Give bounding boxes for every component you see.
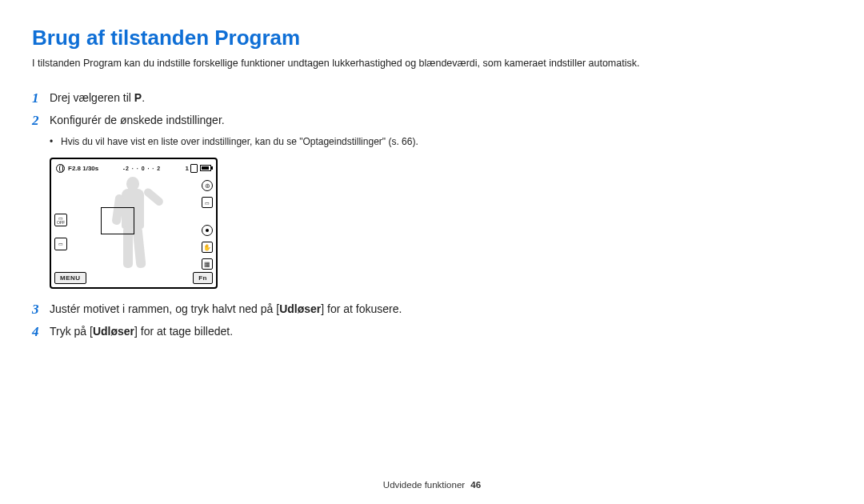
step4-prefix: Tryk på [ <box>50 325 93 338</box>
step-text: Justér motivet i rammen, og tryk halvt n… <box>50 302 402 317</box>
step-number: 4 <box>32 324 50 340</box>
ev-scale: -2 · · 0 · · 2 <box>123 166 161 171</box>
stabilizer-icon: ✋ <box>202 242 213 253</box>
shutter-value: 1/30s <box>82 165 98 172</box>
flash-icon: ⊛ <box>202 180 213 191</box>
shutter-bold: Udløser <box>279 302 321 315</box>
sd-card-icon <box>190 164 198 173</box>
shot-count: 1 <box>186 165 189 172</box>
mode-dial-label: P <box>134 91 142 104</box>
step1-suffix: . <box>142 91 145 104</box>
step-text: Konfigurér de ønskede indstillinger. <box>50 113 225 128</box>
page-title: Brug af tilstanden Program <box>32 26 832 50</box>
page-footer: Udvidede funktioner 46 <box>0 480 864 490</box>
shutter-bold: Udløser <box>93 325 134 338</box>
camera-top-bar: F2.8 1/30s -2 · · 0 · · 2 1 <box>56 162 211 174</box>
drive-icon: ▭ <box>54 238 67 250</box>
manual-page: Brug af tilstanden Program I tilstanden … <box>0 0 864 504</box>
aperture-value: F2.8 <box>68 165 81 172</box>
step3-prefix: Justér motivet i rammen, og tryk halvt n… <box>50 302 279 315</box>
camera-screen-illustration: F2.8 1/30s -2 · · 0 · · 2 1 ▭OFF ▭ ⊛ ▭ ✋… <box>50 158 218 289</box>
step-text: Drej vælgeren til P. <box>50 90 145 106</box>
step-4: 4 Tryk på [Udløser] for at tage billedet… <box>32 324 480 340</box>
grid-icon: ▦ <box>202 258 213 270</box>
camera-right-icons: ⊛ ▭ ✋ ▦ <box>202 180 213 270</box>
camera-left-icons: ▭OFF ▭ <box>54 214 67 250</box>
menu-button-label: MENU <box>54 272 86 284</box>
fn-button-label: Fn <box>193 272 213 284</box>
intro-text: I tilstanden Program kan du indstille fo… <box>32 57 832 71</box>
step-3: 3 Justér motivet i rammen, og tryk halvt… <box>32 302 480 318</box>
burst-off-icon: ▭OFF <box>54 214 67 226</box>
step-number: 2 <box>32 113 50 129</box>
bullet-note: • Hvis du vil have vist en liste over in… <box>50 135 480 149</box>
step4-suffix: ] for at tage billedet. <box>134 325 233 338</box>
step-number: 1 <box>32 90 50 106</box>
bullet-text: Hvis du vil have vist en liste over inds… <box>61 135 418 149</box>
camera-bottom-bar: MENU Fn <box>54 272 213 284</box>
size-icon: ▭ <box>202 197 213 208</box>
battery-icon <box>200 165 211 171</box>
step-text: Tryk på [Udløser] for at tage billedet. <box>50 324 233 339</box>
step3-suffix: ] for at fokusere. <box>321 302 402 315</box>
focus-frame <box>101 207 134 234</box>
step1-prefix: Drej vælgeren til <box>50 91 134 104</box>
steps-column: 1 Drej vælgeren til P. 2 Konfigurér de ø… <box>32 90 480 341</box>
step-2: 2 Konfigurér de ønskede indstillinger. <box>32 113 480 129</box>
footer-page-number: 46 <box>470 480 481 490</box>
footer-section: Udvidede funktioner <box>383 480 465 490</box>
record-icon <box>202 225 213 236</box>
bullet-icon: • <box>50 135 61 149</box>
globe-icon <box>56 164 65 173</box>
step-number: 3 <box>32 302 50 318</box>
step-1: 1 Drej vælgeren til P. <box>32 90 480 106</box>
